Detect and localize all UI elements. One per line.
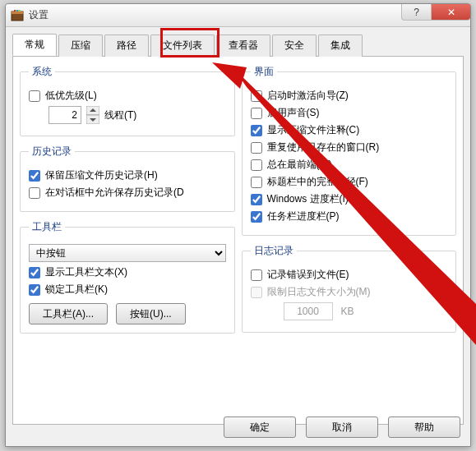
label-low-priority: 低优先级(L) xyxy=(45,89,97,103)
cancel-button[interactable]: 取消 xyxy=(306,416,378,438)
help-button[interactable]: ? xyxy=(401,4,431,21)
label-enable-sound: 启用声音(S) xyxy=(267,106,320,120)
titlebar[interactable]: 设置 ? ✕ xyxy=(6,4,470,27)
input-log-size xyxy=(284,302,333,320)
group-interface: 界面 启动时激活向导(Z) 启用声音(S) 显示压缩文件注释(C) 重复使用已存… xyxy=(242,65,457,236)
label-dialog-history: 在对话框中允许保存历史记录(D xyxy=(45,186,184,200)
window-title: 设置 xyxy=(29,8,49,22)
label-full-path-title: 标题栏中的完整路径(F) xyxy=(267,175,368,189)
tab-strip: 常规 压缩 路径 文件列表 查看器 安全 集成 xyxy=(12,34,464,57)
checkbox-lock-toolbar[interactable] xyxy=(29,284,40,296)
ok-button[interactable]: 确定 xyxy=(224,416,296,438)
app-icon xyxy=(11,9,24,22)
label-windows-progress: Windows 进度栏(I) xyxy=(267,192,349,206)
label-log-errors: 记录错误到文件(E) xyxy=(267,268,349,282)
button-buttons[interactable]: 按钮(U)... xyxy=(116,303,186,324)
tab-security[interactable]: 安全 xyxy=(272,35,317,57)
checkbox-taskbar-progress[interactable] xyxy=(251,211,262,223)
checkbox-enable-sound[interactable] xyxy=(251,108,262,119)
checkbox-log-errors[interactable] xyxy=(251,269,262,281)
select-toolbar-size[interactable]: 中按钮 xyxy=(29,244,226,262)
dialog-buttons: 确定 取消 帮助 xyxy=(224,416,460,438)
checkbox-dialog-history[interactable] xyxy=(29,187,40,199)
button-toolbars[interactable]: 工具栏(A)... xyxy=(29,303,108,324)
right-column: 界面 启动时激活向导(Z) 启用声音(S) 显示压缩文件注释(C) 重复使用已存… xyxy=(242,65,457,416)
group-log: 日志记录 记录错误到文件(E) 限制日志文件大小为(M) KB xyxy=(242,244,457,333)
svg-rect-3 xyxy=(14,10,16,12)
group-history: 历史记录 保留压缩文件历史记录(H) 在对话框中允许保存历史记录(D xyxy=(20,145,235,212)
label-reuse-window: 重复使用已存在的窗口(R) xyxy=(267,140,380,154)
checkbox-reuse-window[interactable] xyxy=(251,142,262,154)
input-threads[interactable] xyxy=(49,106,81,124)
tab-pane-general: 系统 低优先级(L) 线程(T) 历史记录 保留压缩文件历史记录(H) xyxy=(12,57,464,425)
checkbox-limit-log xyxy=(251,287,262,298)
tab-integration[interactable]: 集成 xyxy=(318,35,363,57)
label-lock-toolbar: 锁定工具栏(K) xyxy=(45,283,108,297)
checkbox-show-comment[interactable] xyxy=(251,125,262,136)
tab-paths[interactable]: 路径 xyxy=(104,35,149,57)
label-log-unit: KB xyxy=(341,306,354,317)
svg-rect-4 xyxy=(16,10,18,12)
checkbox-full-path-title[interactable] xyxy=(251,177,262,188)
label-keep-archive-history: 保留压缩文件历史记录(H) xyxy=(45,168,158,182)
label-limit-log: 限制日志文件大小为(M) xyxy=(267,285,371,299)
settings-dialog: 设置 ? ✕ 常规 压缩 路径 文件列表 查看器 安全 集成 系统 低优先级(L… xyxy=(5,3,471,447)
group-toolbar-legend: 工具栏 xyxy=(29,220,65,234)
label-threads: 线程(T) xyxy=(104,108,136,122)
group-log-legend: 日志记录 xyxy=(251,244,297,258)
group-system: 系统 低优先级(L) 线程(T) xyxy=(20,65,235,136)
group-system-legend: 系统 xyxy=(29,65,55,79)
checkbox-windows-progress[interactable] xyxy=(251,194,262,205)
checkbox-show-toolbar-text[interactable] xyxy=(29,267,40,278)
label-taskbar-progress: 任务栏进度栏(P) xyxy=(267,209,340,223)
label-show-comment: 显示压缩文件注释(C) xyxy=(267,123,360,137)
left-column: 系统 低优先级(L) 线程(T) 历史记录 保留压缩文件历史记录(H) xyxy=(20,65,235,416)
label-always-on-top: 总在最前端(W) xyxy=(267,158,332,172)
tab-file-list[interactable]: 文件列表 xyxy=(150,35,215,57)
window-controls: ? ✕ xyxy=(401,4,470,21)
svg-rect-1 xyxy=(12,12,23,14)
group-interface-legend: 界面 xyxy=(251,65,277,79)
group-history-legend: 历史记录 xyxy=(29,145,75,159)
label-activate-wizard: 启动时激活向导(Z) xyxy=(267,89,349,103)
checkbox-activate-wizard[interactable] xyxy=(251,90,262,102)
group-toolbar: 工具栏 中按钮 显示工具栏文本(X) 锁定工具栏(K) 工具栏(A)... 按钮… xyxy=(20,220,235,334)
spinner-icon[interactable] xyxy=(86,106,99,124)
tab-viewer[interactable]: 查看器 xyxy=(216,35,270,57)
checkbox-low-priority[interactable] xyxy=(29,90,40,102)
help-dialog-button[interactable]: 帮助 xyxy=(388,416,460,438)
close-button[interactable]: ✕ xyxy=(431,4,470,21)
checkbox-always-on-top[interactable] xyxy=(251,159,262,171)
tab-general[interactable]: 常规 xyxy=(12,34,57,56)
tab-compression[interactable]: 压缩 xyxy=(58,35,103,57)
checkbox-keep-archive-history[interactable] xyxy=(29,170,40,182)
label-show-toolbar-text: 显示工具栏文本(X) xyxy=(45,265,127,279)
